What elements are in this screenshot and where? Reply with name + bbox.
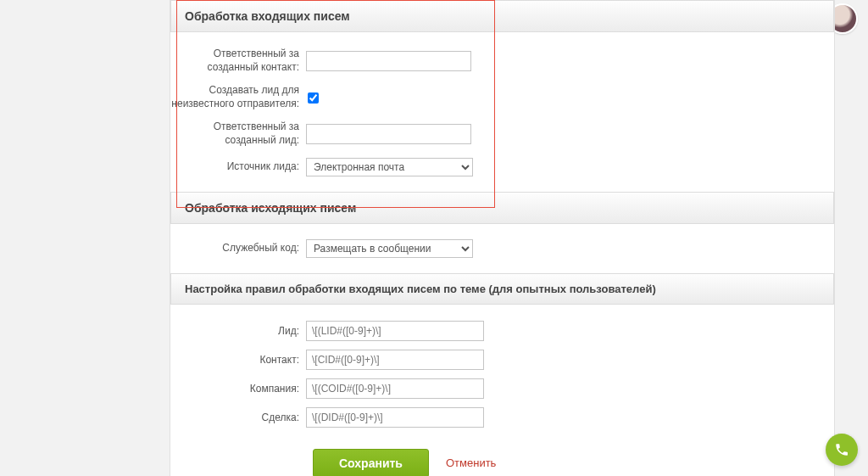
responsible-lead-input[interactable] [306,124,471,144]
section-body-outgoing: Служебный код: Размещать в сообщении [170,224,834,273]
section-title: Обработка входящих писем [185,9,350,23]
section-title-advanced: Настройка правил обработки входящих писе… [185,283,656,295]
main-content: Обработка входящих писем Ответственный з… [170,0,835,476]
row-contact-pattern: Контакт: [170,345,834,374]
label-lead-source: Источник лида: [170,160,306,174]
row-lead-pattern: Лид: [170,316,834,345]
lead-source-select[interactable]: Электронная почта [306,158,473,176]
row-lead-source: Источник лида: Электронная почта [170,153,834,182]
label-service-code: Служебный код: [170,242,306,255]
label-contact-pattern: Контакт: [170,354,306,366]
create-lead-checkbox[interactable] [308,92,319,104]
cancel-button[interactable]: Отменить [446,456,496,469]
service-code-select[interactable]: Размещать в сообщении [306,239,473,258]
section-body-incoming: Ответственный за созданный контакт: Созд… [170,32,834,192]
row-company-pattern: Компания: [170,374,834,403]
responsible-contact-input[interactable] [306,51,471,71]
section-header-incoming: Обработка входящих писем [170,0,834,32]
lead-pattern-input[interactable] [306,321,484,341]
row-deal-pattern: Сделка: [170,403,834,432]
label-responsible-lead: Ответственный за созданный лид: [170,120,306,147]
label-deal-pattern: Сделка: [170,412,306,423]
save-button[interactable]: Сохранить [313,449,429,476]
section-title-outgoing: Обработка исходящих писем [185,201,356,215]
label-responsible-contact: Ответственный за созданный контакт: [170,48,306,74]
deal-pattern-input[interactable] [306,407,484,428]
phone-icon [834,442,849,457]
row-responsible-lead: Ответственный за созданный лид: [170,115,834,152]
section-header-outgoing: Обработка исходящих писем [170,192,834,224]
submit-row: Сохранить Отменить [170,432,834,476]
label-create-lead: Создавать лид для неизвестного отправите… [170,84,306,110]
section-body-advanced: Лид: Контакт: Компания: Сделка: Сохранит… [170,305,834,476]
settings-panel: Обработка входящих писем Ответственный з… [170,0,835,476]
contact-pattern-input[interactable] [306,350,484,370]
label-company-pattern: Компания: [170,383,306,395]
label-lead-pattern: Лид: [170,325,306,337]
row-service-code: Служебный код: Размещать в сообщении [170,234,834,263]
call-fab[interactable] [826,434,858,466]
section-header-advanced: Настройка правил обработки входящих писе… [170,273,834,305]
row-create-lead: Создавать лид для неизвестного отправите… [170,79,834,115]
company-pattern-input[interactable] [306,378,484,399]
row-responsible-contact: Ответственный за созданный контакт: [170,42,834,79]
